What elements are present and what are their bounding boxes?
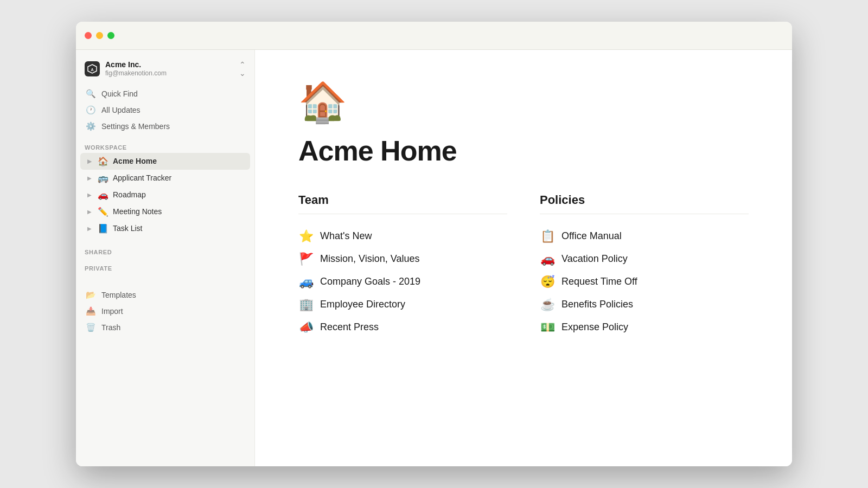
nav-arrow-icon: ▶ (86, 209, 93, 215)
vacation-policy-label: Vacation Policy (561, 252, 628, 266)
task-list-label: Task List (113, 224, 245, 233)
gear-icon: ⚙️ (86, 121, 96, 131)
office-manual-link[interactable]: 📋 Office Manual (540, 225, 749, 248)
team-column: Team ⭐ What's New 🚩 Mission, Vision, Val… (298, 193, 507, 339)
quick-find-item[interactable]: 🔍 Quick Find (80, 86, 250, 102)
all-updates-label: All Updates (101, 106, 141, 114)
app-window: A Acme Inc. fig@makenotion.com ⌃⌄ 🔍 Quic… (76, 22, 792, 466)
benefits-policies-label: Benefits Policies (561, 298, 633, 311)
settings-item[interactable]: ⚙️ Settings & Members (80, 118, 250, 134)
team-divider (298, 214, 507, 214)
trash-item[interactable]: 🗑️ Trash (80, 319, 250, 336)
megaphone-icon: 📣 (298, 320, 314, 335)
meeting-notes-label: Meeting Notes (113, 207, 245, 216)
team-header: Team (298, 193, 507, 207)
clock-icon: 🕐 (86, 105, 96, 115)
traffic-lights (85, 32, 114, 39)
svg-text:A: A (91, 68, 93, 72)
import-label: Import (101, 307, 123, 316)
policies-divider (540, 214, 749, 214)
titlebar (76, 22, 792, 50)
workspace-header: A Acme Inc. fig@makenotion.com ⌃⌄ (76, 50, 254, 86)
sidebar: A Acme Inc. fig@makenotion.com ⌃⌄ 🔍 Quic… (76, 50, 255, 466)
maximize-button[interactable] (107, 32, 114, 39)
templates-icon: 📂 (86, 290, 96, 300)
templates-item[interactable]: 📂 Templates (80, 287, 250, 303)
mission-vision-link[interactable]: 🚩 Mission, Vision, Values (298, 248, 507, 271)
company-goals-label: Company Goals - 2019 (320, 275, 420, 288)
money-icon: 💵 (540, 320, 555, 335)
whats-new-link[interactable]: ⭐ What's New (298, 225, 507, 248)
main-content: 🏠 Acme Home Team ⭐ What's New 🚩 Mission,… (255, 50, 792, 466)
vacation-car-icon: 🚗 (540, 252, 555, 266)
mission-vision-label: Mission, Vision, Values (320, 252, 419, 266)
page-title: Acme Home (298, 134, 749, 167)
minimize-button[interactable] (96, 32, 103, 39)
expense-policy-link[interactable]: 💵 Expense Policy (540, 316, 749, 339)
applicant-tracker-icon: 🚌 (98, 173, 108, 183)
acme-home-label: Acme Home (113, 157, 245, 165)
private-section-label: PRIVATE (76, 260, 254, 274)
nav-arrow-icon: ▶ (86, 175, 93, 181)
close-button[interactable] (85, 32, 92, 39)
workspace-text: Acme Inc. fig@makenotion.com (105, 60, 167, 78)
car-icon: 🚙 (298, 275, 314, 289)
app-body: A Acme Inc. fig@makenotion.com ⌃⌄ 🔍 Quic… (76, 50, 792, 466)
sidebar-item-meeting-notes[interactable]: ▶ ✏️ Meeting Notes (80, 203, 250, 220)
expense-policy-label: Expense Policy (561, 320, 628, 334)
shared-section-label: SHARED (76, 243, 254, 258)
sidebar-actions: 🔍 Quick Find 🕐 All Updates ⚙️ Settings &… (76, 86, 254, 139)
company-goals-link[interactable]: 🚙 Company Goals - 2019 (298, 271, 507, 293)
policies-header: Policies (540, 193, 749, 207)
all-updates-item[interactable]: 🕐 All Updates (80, 102, 250, 118)
import-item[interactable]: 📥 Import (80, 303, 250, 319)
flag-icon: 🚩 (298, 252, 314, 266)
sidebar-item-acme-home[interactable]: ▶ 🏠 Acme Home (80, 153, 250, 170)
roadmap-icon: 🚗 (98, 190, 108, 200)
workspace-name: Acme Inc. (105, 60, 167, 69)
trash-icon: 🗑️ (86, 323, 96, 332)
nav-arrow-icon: ▶ (86, 158, 93, 164)
trash-label: Trash (101, 323, 120, 332)
meeting-notes-icon: ✏️ (98, 207, 108, 217)
employee-directory-link[interactable]: 🏢 Employee Directory (298, 293, 507, 316)
employee-directory-label: Employee Directory (320, 298, 405, 311)
roadmap-label: Roadmap (113, 190, 245, 199)
nav-arrow-icon: ▶ (86, 226, 93, 232)
quick-find-label: Quick Find (101, 89, 138, 98)
templates-label: Templates (101, 291, 136, 299)
office-manual-label: Office Manual (561, 229, 622, 243)
recent-press-link[interactable]: 📣 Recent Press (298, 316, 507, 339)
vacation-policy-link[interactable]: 🚗 Vacation Policy (540, 248, 749, 271)
nav-arrow-icon: ▶ (86, 192, 93, 198)
applicant-tracker-label: Applicant Tracker (113, 174, 245, 182)
star-icon: ⭐ (298, 229, 314, 243)
sidebar-item-task-list[interactable]: ▶ 📘 Task List (80, 220, 250, 237)
notebook-icon: 📋 (540, 229, 555, 243)
workspace-chevron-icon[interactable]: ⌃⌄ (239, 60, 246, 78)
policies-column: Policies 📋 Office Manual 🚗 Vacation Poli… (540, 193, 749, 339)
workspace-logo: A (85, 61, 100, 76)
workspace-info: A Acme Inc. fig@makenotion.com (85, 60, 167, 78)
settings-label: Settings & Members (101, 122, 170, 131)
search-icon: 🔍 (86, 89, 96, 99)
page-icon: 🏠 (298, 82, 749, 121)
sidebar-nav: ▶ 🏠 Acme Home ▶ 🚌 Applicant Tracker ▶ 🚗 … (76, 153, 254, 237)
sidebar-item-applicant-tracker[interactable]: ▶ 🚌 Applicant Tracker (80, 170, 250, 187)
task-list-icon: 📘 (98, 223, 108, 234)
workspace-email: fig@makenotion.com (105, 69, 167, 78)
recent-press-label: Recent Press (320, 320, 379, 334)
office-icon: 🏢 (298, 298, 314, 312)
workspace-section-label: WORKSPACE (76, 139, 254, 153)
request-time-off-label: Request Time Off (561, 275, 637, 288)
request-time-off-link[interactable]: 😴 Request Time Off (540, 271, 749, 293)
coffee-icon: ☕ (540, 298, 555, 312)
whats-new-label: What's New (320, 229, 372, 243)
sleeping-icon: 😴 (540, 275, 555, 289)
content-grid: Team ⭐ What's New 🚩 Mission, Vision, Val… (298, 193, 749, 339)
acme-home-icon: 🏠 (98, 156, 108, 166)
import-icon: 📥 (86, 306, 96, 316)
sidebar-bottom: 📂 Templates 📥 Import 🗑️ Trash (76, 282, 254, 340)
benefits-policies-link[interactable]: ☕ Benefits Policies (540, 293, 749, 316)
sidebar-item-roadmap[interactable]: ▶ 🚗 Roadmap (80, 187, 250, 203)
